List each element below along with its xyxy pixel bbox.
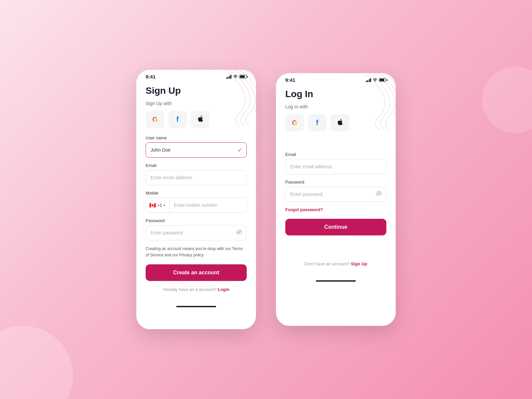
terms-text: Creating an account means you're okay wi…: [146, 246, 247, 258]
signup-home-indicator: [176, 306, 216, 307]
signup-apple-button[interactable]: [191, 111, 209, 128]
password-label: Password: [146, 218, 247, 223]
password-input-wrapper: [146, 225, 247, 240]
create-account-button[interactable]: Create an account: [146, 264, 247, 281]
facebook-icon: f: [176, 115, 179, 124]
signup-phone: 9:41 Sign Up Sign Up with G: [136, 70, 256, 329]
screens-container: 9:41 Sign Up Sign Up with G: [136, 70, 396, 329]
signup-social-buttons: G f: [146, 111, 247, 128]
signup-social-label: Sign Up with: [146, 101, 247, 106]
login-email-label: Email: [285, 152, 386, 157]
login-spacer: [285, 139, 386, 152]
login-password-input[interactable]: [285, 187, 386, 202]
login-google-button[interactable]: G: [285, 114, 304, 131]
email-field-group: Email: [146, 163, 247, 185]
username-field-group: User name ✓: [146, 135, 247, 158]
signup-status-bar: 9:41: [136, 70, 256, 82]
apple-icon: [197, 115, 203, 124]
username-input-wrapper: ✓: [146, 142, 247, 158]
mobile-field-group: Mobile 🇨🇦 +1 ▾: [146, 191, 247, 213]
svg-line-5: [376, 192, 381, 195]
login-footer: Don't have an account? Sign Up: [285, 261, 386, 266]
login-email-input[interactable]: [285, 159, 386, 174]
username-input[interactable]: [146, 142, 247, 158]
password-field-group: Password: [146, 218, 247, 240]
login-home-indicator: [316, 280, 356, 282]
continue-button[interactable]: Continue: [285, 219, 386, 235]
password-input[interactable]: [146, 225, 247, 240]
signup-footer: Already have an a account? Login: [146, 287, 247, 292]
login-password-label: Password: [285, 180, 386, 185]
eye-icon[interactable]: [236, 230, 242, 236]
login-email-field-group: Email: [285, 152, 386, 174]
login-content: Log In Log In with G f Email: [276, 85, 396, 276]
signup-time: 9:41: [146, 74, 156, 79]
mobile-label: Mobile: [146, 191, 247, 196]
login-wifi-icon: [373, 78, 377, 82]
login-status-bar: 9:41: [276, 73, 396, 85]
email-label: Email: [146, 163, 247, 168]
login-battery-icon: [379, 78, 386, 82]
login-facebook-button[interactable]: f: [308, 114, 327, 131]
login-time: 9:41: [285, 77, 295, 83]
login-password-field-group: Password: [285, 180, 386, 202]
signup-google-button[interactable]: G: [146, 111, 164, 128]
signup-title: Sign Up: [146, 85, 247, 96]
login-link[interactable]: Login: [218, 287, 229, 292]
svg-line-2: [237, 230, 241, 234]
mobile-number-input[interactable]: [170, 198, 246, 212]
login-bottom-spacer: [285, 241, 386, 261]
signup-wifi-icon: [233, 74, 238, 79]
login-social-label: Log In with: [285, 104, 386, 109]
login-title: Log In: [285, 89, 386, 99]
signup-link[interactable]: Sign Up: [351, 261, 367, 266]
username-label: User name: [146, 135, 247, 140]
signup-footer-text: Already have an a account?: [163, 287, 216, 292]
signup-status-icons: [226, 74, 247, 79]
check-icon: ✓: [238, 147, 242, 153]
apple-icon: [337, 118, 343, 127]
forgot-password-link[interactable]: Forgot password?: [285, 207, 386, 212]
signup-facebook-button[interactable]: f: [168, 111, 187, 128]
signup-content: Sign Up Sign Up with G f User name: [136, 82, 256, 301]
facebook-icon: f: [316, 118, 318, 127]
login-social-buttons: G f: [285, 114, 386, 131]
login-status-icons: [366, 78, 387, 82]
flag-icon: 🇨🇦: [149, 202, 156, 208]
country-code: +1: [157, 203, 162, 208]
login-phone: 9:41 Log In Log In with G: [276, 73, 396, 326]
chevron-down-icon: ▾: [164, 203, 165, 207]
login-footer-text: Don't have an account?: [305, 261, 350, 266]
signup-battery-icon: [239, 75, 247, 78]
google-icon: G: [292, 119, 297, 127]
login-password-input-wrapper: [285, 187, 386, 202]
login-signal: [366, 78, 371, 82]
google-icon: G: [152, 116, 158, 123]
login-eye-icon[interactable]: [376, 191, 382, 197]
country-selector[interactable]: 🇨🇦 +1 ▾: [146, 198, 170, 212]
login-apple-button[interactable]: [331, 114, 349, 131]
email-input[interactable]: [146, 170, 247, 185]
signup-signal: [226, 75, 232, 79]
mobile-input-row: 🇨🇦 +1 ▾: [146, 198, 247, 213]
